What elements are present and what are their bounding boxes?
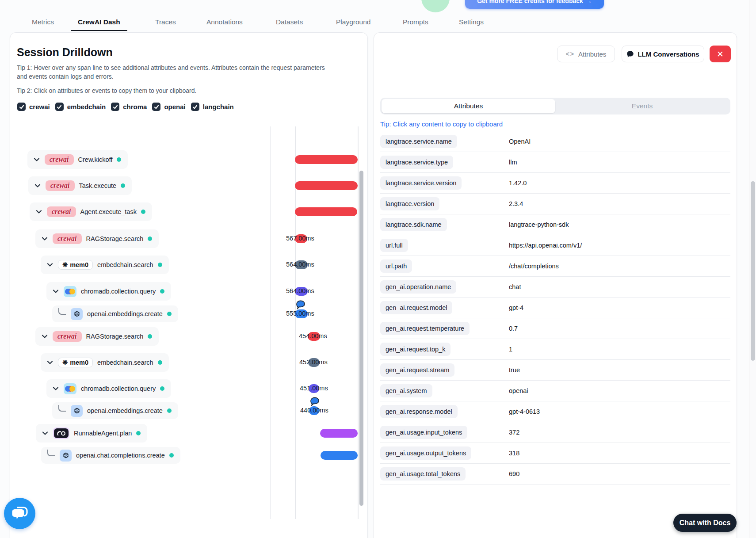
chat-widget-button[interactable]	[4, 498, 35, 529]
chevron-down-icon[interactable]	[33, 156, 40, 163]
attribute-key[interactable]: gen_ai.response.model	[380, 405, 458, 418]
checkbox-checked-icon[interactable]	[111, 103, 119, 111]
attribute-value[interactable]: llm	[509, 159, 517, 166]
span-row-openai-embeddings-create[interactable]: openai.embeddings.create	[52, 305, 178, 322]
attribute-value[interactable]: langtrace-python-sdk	[509, 221, 569, 228]
attribute-row[interactable]: langtrace.sdk.namelangtrace-python-sdk	[380, 214, 730, 235]
attribute-key[interactable]: langtrace.sdk.name	[380, 218, 447, 231]
checkbox-checked-icon[interactable]	[55, 103, 64, 111]
attribute-row[interactable]: langtrace.service.version1.42.0	[380, 172, 730, 194]
tab-playground[interactable]: Playground	[329, 15, 378, 29]
get-credits-button[interactable]: Get more FREE credits for feedback →	[465, 0, 604, 9]
close-button[interactable]: ✕	[710, 46, 731, 62]
attribute-value[interactable]: gpt-4	[509, 304, 523, 311]
attribute-row[interactable]: gen_ai.response.modelgpt-4-0613	[380, 401, 730, 422]
span-row-chromadb-collection-query[interactable]: chromadb.collection.query	[46, 379, 171, 398]
attribute-value[interactable]: chat	[509, 283, 521, 290]
attribute-key[interactable]: gen_ai.usage.output_tokens	[380, 446, 471, 460]
chevron-down-icon[interactable]	[41, 235, 48, 242]
attribute-key[interactable]: gen_ai.system	[380, 384, 432, 397]
chevron-down-icon[interactable]	[46, 359, 53, 366]
attribute-row[interactable]: gen_ai.usage.output_tokens318	[380, 443, 730, 464]
span-row-ragstorage-search[interactable]: crewaiRAGStorage.search	[35, 327, 159, 346]
attribute-row[interactable]: gen_ai.request.streamtrue	[380, 359, 730, 381]
chevron-down-icon[interactable]	[52, 385, 59, 392]
span-duration-bar[interactable]	[320, 429, 358, 438]
attribute-row[interactable]: langtrace.version2.3.4	[380, 193, 730, 214]
attribute-value[interactable]: 690	[509, 470, 519, 477]
span-row-embedchain-search[interactable]: ❋mem0embedchain.search	[41, 353, 169, 372]
attribute-row[interactable]: langtrace.service.typellm	[380, 152, 730, 173]
attribute-key[interactable]: langtrace.version	[380, 197, 439, 210]
attribute-key[interactable]: gen_ai.usage.total_tokens	[380, 467, 466, 481]
llm-span-bubble-icon[interactable]	[310, 397, 320, 408]
filter-crewai[interactable]: crewai	[17, 103, 50, 111]
attribute-value[interactable]: OpenAI	[509, 138, 531, 145]
attribute-row[interactable]: gen_ai.request.top_k1	[380, 339, 730, 360]
tab-settings[interactable]: Settings	[452, 15, 491, 29]
attribute-row[interactable]: langtrace.service.nameOpenAI	[380, 131, 730, 152]
attribute-key[interactable]: langtrace.service.name	[380, 135, 457, 148]
attribute-key[interactable]: url.full	[380, 239, 408, 252]
span-row-ragstorage-search[interactable]: crewaiRAGStorage.search	[35, 229, 159, 248]
attribute-row[interactable]: url.fullhttps://api.openai.com/v1/	[380, 235, 730, 256]
attribute-key[interactable]: gen_ai.operation.name	[380, 280, 456, 294]
attribute-key[interactable]: langtrace.service.version	[380, 176, 462, 190]
tab-datasets[interactable]: Datasets	[269, 15, 310, 29]
span-row-runnableagent-plan[interactable]: RunnableAgent.plan	[36, 424, 147, 443]
chevron-down-icon[interactable]	[46, 261, 53, 268]
span-duration-bar[interactable]	[295, 155, 358, 164]
attribute-row[interactable]: gen_ai.systemopenai	[380, 380, 730, 401]
llm-span-bubble-icon[interactable]	[296, 300, 305, 311]
checkbox-checked-icon[interactable]	[152, 103, 160, 111]
attribute-row[interactable]: gen_ai.usage.input_tokens372	[380, 422, 730, 443]
attribute-key[interactable]: gen_ai.request.stream	[380, 363, 454, 377]
attribute-value[interactable]: 318	[509, 450, 519, 457]
trace-scrollbar-thumb[interactable]	[359, 171, 363, 506]
span-duration-bar[interactable]	[321, 451, 358, 460]
span-row-openai-embeddings-create[interactable]: openai.embeddings.create	[52, 402, 178, 419]
span-duration-bar[interactable]	[295, 207, 357, 216]
attribute-row[interactable]: gen_ai.request.modelgpt-4	[380, 297, 730, 318]
attribute-row[interactable]: gen_ai.request.temperature0.7	[380, 318, 730, 339]
filter-chroma[interactable]: chroma	[111, 103, 147, 111]
chat-with-docs-button[interactable]: Chat with Docs	[673, 514, 737, 532]
attribute-key[interactable]: gen_ai.usage.input_tokens	[380, 426, 467, 439]
attribute-value[interactable]: gpt-4-0613	[509, 408, 540, 415]
attribute-row[interactable]: url.path/chat/completions	[380, 256, 730, 277]
attributes-button[interactable]: <> Attributes	[557, 46, 615, 62]
span-row-task-execute[interactable]: crewaiTask.execute	[28, 176, 132, 195]
tab-prompts[interactable]: Prompts	[396, 15, 435, 29]
checkbox-checked-icon[interactable]	[17, 103, 26, 111]
page-scrollbar-thumb[interactable]	[751, 181, 755, 361]
span-row-agent-execute-task[interactable]: crewaiAgent.execute_task	[30, 202, 152, 221]
attribute-value[interactable]: 372	[509, 429, 519, 436]
avatar[interactable]	[421, 0, 450, 12]
chevron-down-icon[interactable]	[35, 208, 42, 215]
span-row-openai-chat-completions-create[interactable]: openai.chat.completions.create	[41, 447, 180, 464]
filter-embedchain[interactable]: embedchain	[55, 103, 106, 111]
span-row-embedchain-search[interactable]: ❋mem0embedchain.search	[41, 256, 169, 274]
tab-annotations[interactable]: Annotations	[199, 15, 250, 29]
checkbox-checked-icon[interactable]	[191, 103, 199, 111]
chevron-down-icon[interactable]	[41, 333, 48, 340]
attribute-key[interactable]: gen_ai.request.model	[380, 301, 452, 314]
attribute-row[interactable]: gen_ai.usage.total_tokens690	[380, 463, 730, 485]
chevron-down-icon[interactable]	[34, 182, 41, 189]
attribute-row[interactable]: gen_ai.operation.namechat	[380, 276, 730, 298]
span-duration-bar[interactable]	[295, 181, 358, 190]
chevron-down-icon[interactable]	[52, 288, 59, 295]
attribute-value[interactable]: 1.42.0	[509, 179, 527, 187]
attribute-key[interactable]: langtrace.service.type	[380, 156, 453, 169]
attribute-value[interactable]: https://api.openai.com/v1/	[509, 242, 582, 249]
attribute-value[interactable]: openai	[509, 387, 528, 394]
tab-traces[interactable]: Traces	[148, 15, 183, 29]
copy-tip[interactable]: Tip: Click any content to copy to clipbo…	[380, 120, 503, 128]
details-tab-attributes[interactable]: Attributes	[382, 99, 555, 113]
attribute-key[interactable]: url.path	[380, 259, 412, 273]
tab-crewai-dash[interactable]: CrewAI Dash	[71, 15, 127, 29]
attribute-value[interactable]: true	[509, 366, 520, 374]
attribute-value[interactable]: /chat/completions	[509, 263, 559, 270]
attribute-value[interactable]: 1	[509, 346, 512, 353]
filter-langchain[interactable]: langchain	[191, 103, 234, 111]
